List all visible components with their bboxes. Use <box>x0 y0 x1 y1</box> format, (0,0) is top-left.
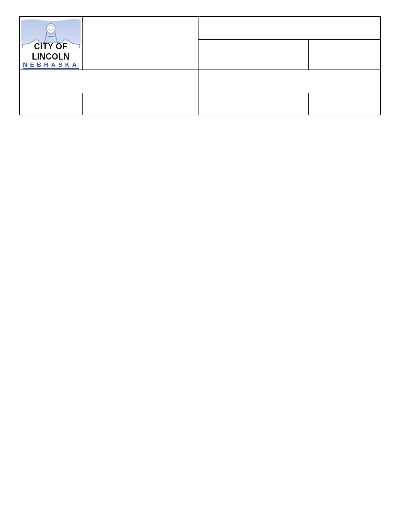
header-top-right-cell <box>198 17 381 40</box>
row3-cell-2 <box>82 93 198 115</box>
header-mid-cell <box>82 17 198 70</box>
row3-cell-3 <box>198 93 309 115</box>
logo-text-state: NEBRASKA <box>23 61 79 69</box>
row2-left-cell <box>19 70 198 93</box>
page-container: CITY OF LINCOLN NEBRASKA <box>19 16 381 115</box>
header-right-a-cell <box>198 40 309 70</box>
row3-cell-4 <box>309 93 381 115</box>
header-right-b-cell <box>309 40 381 70</box>
row3-cell-1 <box>19 93 82 115</box>
row2-right-cell <box>198 70 381 93</box>
logo-text-city: CITY OF LINCOLN <box>20 41 82 62</box>
logo-cell: CITY OF LINCOLN NEBRASKA <box>19 17 82 70</box>
form-header-table: CITY OF LINCOLN NEBRASKA <box>19 16 381 115</box>
